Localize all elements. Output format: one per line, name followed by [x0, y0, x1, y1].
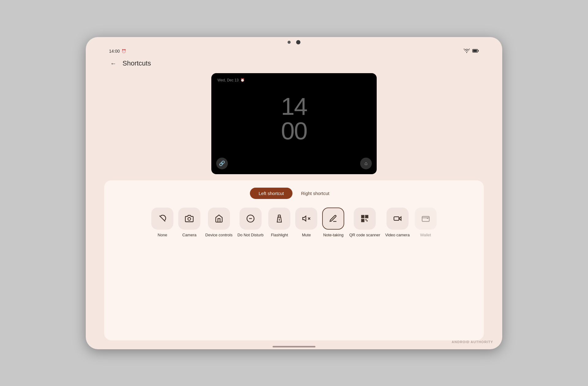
battery-icon: [472, 49, 479, 54]
flashlight-icon: [275, 214, 284, 223]
shortcut-note-taking-box: [322, 208, 344, 230]
note-icon: [329, 214, 337, 223]
none-icon: [158, 214, 167, 223]
home-control-icon: [215, 214, 223, 223]
shortcut-flashlight-label: Flashlight: [271, 233, 288, 238]
shortcut-wallet-box: [415, 208, 437, 230]
shortcut-wallet[interactable]: Wallet: [415, 208, 437, 238]
shortcut-none[interactable]: None: [151, 208, 173, 238]
screen-area: 14:00 ⏰: [104, 46, 484, 349]
shortcut-mute[interactable]: Mute: [295, 208, 317, 238]
mic-dot: [288, 41, 291, 44]
shortcut-dnd-label: Do Not Disturb: [237, 233, 263, 238]
shortcut-qr[interactable]: QR code scanner: [349, 208, 380, 238]
shortcut-note-taking-label: Note-taking: [323, 233, 343, 238]
alarm-icon: ⏰: [240, 78, 245, 82]
lockscreen-right-shortcut-btn[interactable]: ⌂: [360, 158, 372, 169]
back-button[interactable]: ←: [109, 59, 118, 68]
status-bar: 14:00 ⏰: [104, 46, 484, 56]
tablet-top-bar: [86, 37, 502, 46]
clock-icon: ⏰: [122, 49, 126, 53]
shortcut-video-box: [386, 208, 409, 230]
home-icon: ⌂: [364, 161, 368, 166]
lockscreen-hour: 14: [281, 94, 307, 119]
shortcut-none-label: None: [158, 233, 167, 238]
shortcut-device-controls-box: [208, 208, 230, 230]
svg-rect-16: [366, 216, 368, 217]
svg-rect-21: [422, 216, 429, 221]
shortcut-device-controls-label: Device controls: [205, 233, 232, 238]
nav-pill: [273, 346, 315, 347]
svg-rect-15: [362, 216, 364, 217]
front-camera: [296, 40, 300, 44]
shortcut-camera-label: Camera: [182, 233, 196, 238]
shortcuts-grid: None Camera: [116, 208, 472, 238]
page-title: Shortcuts: [123, 59, 151, 67]
shortcut-flashlight-box: [268, 208, 290, 230]
shortcut-mute-label: Mute: [302, 233, 311, 238]
tab-right-shortcut[interactable]: Right shortcut: [292, 188, 338, 199]
shortcut-note-taking[interactable]: Note-taking: [322, 208, 344, 238]
nav-bar: [104, 343, 484, 349]
lockscreen-time: 14 00: [281, 94, 307, 143]
shortcut-qr-label: QR code scanner: [349, 233, 380, 238]
wallet-icon: [421, 214, 430, 223]
qr-icon: [360, 214, 369, 223]
shortcut-flashlight[interactable]: Flashlight: [268, 208, 290, 238]
link-icon: 🔗: [219, 160, 225, 166]
svg-marker-9: [303, 216, 306, 221]
lockscreen-left-shortcut-btn[interactable]: 🔗: [216, 158, 228, 169]
wifi-icon: [464, 49, 470, 54]
watermark: Android Authority: [452, 340, 493, 344]
lockscreen-preview: Wed, Dec 13 ⏰ 14 00 🔗 ⌂: [211, 73, 377, 174]
date-text: Wed, Dec 13: [217, 78, 239, 82]
mute-icon: [302, 214, 311, 223]
video-icon: [393, 214, 402, 223]
lockscreen-date: Wed, Dec 13 ⏰: [217, 78, 245, 82]
shortcut-device-controls[interactable]: Device controls: [205, 208, 232, 238]
shortcut-camera[interactable]: Camera: [178, 208, 200, 238]
svg-rect-17: [362, 220, 364, 221]
shortcut-dnd[interactable]: Do Not Disturb: [237, 208, 263, 238]
bottom-panel: Left shortcut Right shortcut None: [104, 180, 484, 340]
tab-left-shortcut[interactable]: Left shortcut: [250, 188, 292, 199]
tablet-frame: 14:00 ⏰: [86, 37, 502, 349]
svg-rect-19: [394, 217, 399, 220]
shortcut-video-label: Video camera: [385, 233, 410, 238]
shortcut-video[interactable]: Video camera: [385, 208, 410, 238]
shortcut-dnd-box: [239, 208, 262, 230]
shortcut-mute-box: [295, 208, 317, 230]
svg-line-3: [160, 215, 165, 221]
lockscreen-preview-wrapper: Wed, Dec 13 ⏰ 14 00 🔗 ⌂: [104, 73, 484, 180]
tab-row: Left shortcut Right shortcut: [116, 188, 472, 199]
svg-rect-1: [473, 50, 477, 52]
dnd-icon: [246, 214, 255, 223]
shortcut-wallet-label: Wallet: [420, 233, 431, 238]
svg-rect-2: [478, 50, 479, 52]
page-header: ← Shortcuts: [104, 56, 484, 73]
status-icons: [464, 49, 479, 54]
status-time: 14:00 ⏰: [109, 49, 126, 54]
time-display: 14:00: [109, 49, 120, 54]
lockscreen-minute: 00: [281, 119, 307, 143]
shortcut-camera-box: [178, 208, 200, 230]
svg-point-4: [188, 217, 191, 220]
shortcut-none-box: [151, 208, 173, 230]
shortcut-qr-box: [354, 208, 376, 230]
camera-icon: [185, 214, 194, 223]
